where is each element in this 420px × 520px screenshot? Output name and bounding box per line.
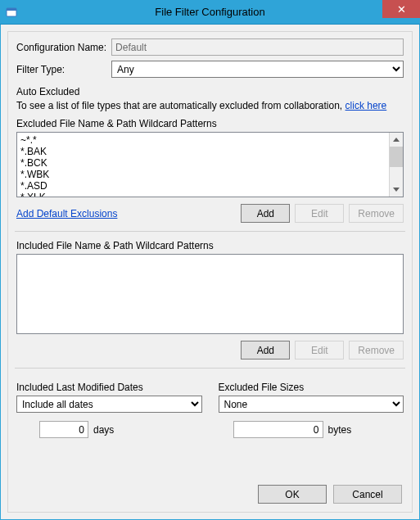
list-item[interactable]: *.WBK: [20, 169, 386, 180]
window-title: File Filter Configuration: [0, 6, 420, 18]
days-input[interactable]: [39, 421, 88, 438]
file-sizes-select[interactable]: None: [219, 396, 404, 413]
file-sizes-heading: Excluded File Sizes: [219, 382, 404, 393]
bytes-unit-label: bytes: [328, 424, 352, 436]
add-default-exclusions-link[interactable]: Add Default Exclusions: [16, 208, 117, 219]
list-item[interactable]: *.ASD: [20, 180, 386, 192]
scroll-track[interactable]: [390, 147, 403, 183]
list-item[interactable]: *.BCK: [20, 157, 386, 169]
included-patterns-listbox[interactable]: [16, 254, 404, 334]
scrollbar[interactable]: [389, 133, 403, 197]
scroll-up-icon[interactable]: [390, 133, 403, 147]
included-edit-button: Edit: [295, 341, 344, 359]
excluded-remove-button: Remove: [349, 204, 404, 223]
auto-excluded-link[interactable]: click here: [345, 100, 387, 111]
list-item[interactable]: ~*.*: [20, 134, 386, 146]
last-modified-select[interactable]: Include all dates: [16, 396, 202, 413]
app-icon: [5, 6, 18, 19]
cancel-button[interactable]: Cancel: [333, 485, 402, 504]
ok-button[interactable]: OK: [258, 485, 327, 504]
days-unit-label: days: [93, 424, 114, 436]
config-name-input: [111, 38, 404, 56]
included-add-button[interactable]: Add: [241, 341, 290, 359]
auto-excluded-heading: Auto Excluded: [16, 86, 404, 97]
list-item[interactable]: *.BAK: [20, 146, 386, 157]
config-name-label: Configuration Name:: [16, 42, 106, 53]
close-button[interactable]: ✕: [382, 0, 420, 18]
divider: [15, 368, 405, 369]
filter-type-label: Filter Type:: [16, 64, 106, 75]
included-remove-button: Remove: [349, 341, 404, 359]
last-modified-heading: Included Last Modified Dates: [16, 382, 202, 393]
titlebar: File Filter Configuration ✕: [0, 0, 420, 25]
auto-excluded-text: To see a list of file types that are aut…: [16, 100, 404, 111]
excluded-edit-button: Edit: [295, 204, 344, 223]
scroll-down-icon[interactable]: [390, 183, 403, 197]
excluded-add-button[interactable]: Add: [241, 204, 290, 223]
svg-rect-1: [7, 8, 16, 11]
close-icon: ✕: [397, 3, 406, 16]
included-patterns-heading: Included File Name & Path Wildcard Patte…: [16, 240, 404, 251]
bytes-input[interactable]: [233, 421, 323, 438]
excluded-patterns-heading: Excluded File Name & Path Wildcard Patte…: [16, 118, 404, 129]
svg-marker-3: [393, 188, 400, 192]
svg-marker-2: [393, 138, 400, 142]
divider: [15, 231, 405, 232]
list-item[interactable]: *.XLK: [20, 192, 386, 197]
scroll-thumb[interactable]: [390, 147, 403, 167]
filter-type-select[interactable]: Any: [111, 61, 404, 78]
excluded-patterns-listbox[interactable]: ~*.* *.BAK *.BCK *.WBK *.ASD *.XLK: [16, 132, 404, 197]
